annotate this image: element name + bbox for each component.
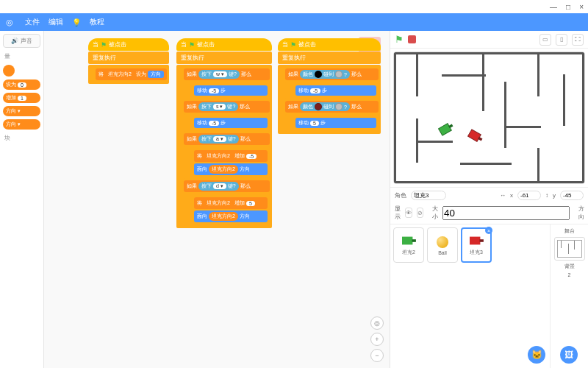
palette-category[interactable]: 量	[3, 51, 40, 62]
y-input[interactable]	[560, 191, 584, 200]
size-input[interactable]	[442, 206, 570, 220]
move-block[interactable]: 移动-5步	[194, 118, 268, 128]
forever-body: 如果按下w ▾键?那么 移动-5步 如果按下s ▾键?那么 移动-5步 如果按下…	[176, 65, 272, 228]
sprite-list: 坦克2 Ball × 坦克3 🐱	[390, 224, 550, 368]
window-minimize[interactable]: —	[550, 3, 557, 11]
stage-large-button[interactable]: ▯	[556, 34, 567, 46]
add-sprite-button[interactable]: 🐱	[528, 346, 545, 364]
sprite-card-ball[interactable]: Ball	[427, 227, 458, 263]
right-panel: ⚑ ▭ ▯ ⛶	[390, 31, 588, 368]
script-3[interactable]: 当⚑被点击 重复执行 如果颜色碰到?那么 移动-5步 如果颜色碰到?那么 移动5…	[278, 38, 381, 134]
sprite-tank-red[interactable]	[465, 127, 486, 146]
sprite-info-row1: 角色 ↔x ↕y	[390, 187, 588, 203]
stage-title: 舞台	[564, 227, 575, 235]
window-close[interactable]: ×	[579, 3, 584, 11]
zoom-out[interactable]: −	[370, 349, 384, 362]
workspace: 🔊 声音 量 设为 0 增加 1 方向▾ 方向▾ 块 当⚑被点击 重复执行 将坦…	[0, 31, 588, 368]
menu-edit[interactable]: 编辑	[49, 17, 63, 27]
change-var-block[interactable]: 将坦克方向2增加5	[194, 197, 268, 209]
tab-sounds[interactable]: 🔊 声音	[3, 34, 40, 48]
forever-block[interactable]: 重复执行	[88, 52, 169, 64]
if-a-block[interactable]: 如果按下a ▾键?那么	[184, 133, 270, 145]
sprite-card-tank3[interactable]: × 坦克3	[461, 227, 492, 263]
window-maximize[interactable]: □	[566, 3, 570, 11]
if-w-block[interactable]: 如果按下w ▾键?那么	[184, 68, 270, 80]
show-button[interactable]: 👁	[405, 208, 412, 218]
y-label: y	[553, 192, 556, 199]
change-var-block[interactable]: 将坦克方向2增加-5	[194, 150, 268, 162]
svg-rect-6	[470, 237, 480, 245]
svg-rect-0	[439, 124, 452, 136]
sprite-label: 坦克2	[402, 249, 415, 256]
palette-dir-block-2[interactable]: 方向▾	[3, 119, 40, 130]
svg-rect-7	[480, 239, 484, 242]
stage-thumbnail[interactable]	[554, 237, 585, 261]
size-label: 大小	[432, 205, 438, 221]
backdrops-label: 背景	[564, 263, 575, 270]
if-color-black[interactable]: 如果颜色碰到?那么	[285, 68, 379, 80]
color-swatch-gray[interactable]	[335, 103, 343, 110]
value: 0	[18, 82, 26, 88]
label: 方向	[6, 107, 16, 115]
bottom-panel: 坦克2 Ball × 坦克3 🐱 舞台	[390, 224, 588, 368]
sprite-name-input[interactable]	[411, 191, 446, 200]
svg-rect-2	[468, 130, 481, 142]
move-block[interactable]: 移动5步	[295, 118, 376, 128]
svg-rect-5	[412, 239, 416, 242]
stage-small-button[interactable]: ▭	[539, 34, 551, 46]
x-label: x	[510, 192, 513, 199]
scripts-area[interactable]: 当⚑被点击 重复执行 将坦克方向2设为方向 当⚑被点击 重复执行 如果按下w ▾…	[44, 31, 390, 368]
menu-tutorials[interactable]: 教程	[90, 17, 104, 27]
move-block[interactable]: 移动-5步	[194, 85, 268, 96]
fullscreen-button[interactable]: ⛶	[572, 34, 584, 46]
left-panel: 🔊 声音 量 设为 0 增加 1 方向▾ 方向▾ 块	[0, 31, 44, 368]
backdrops-count: 2	[568, 272, 571, 277]
forever-block[interactable]: 重复执行	[176, 52, 272, 64]
bulb-icon: 💡	[72, 18, 81, 26]
if-s-block[interactable]: 如果按下s ▾键?那么	[184, 101, 270, 113]
sprite-label: 角色	[395, 191, 406, 199]
show-label: 显示	[395, 205, 401, 221]
label: 增加	[6, 94, 16, 102]
palette-dir-block-1[interactable]: 方向▾	[3, 106, 40, 116]
point-block[interactable]: 面向坦克方向2方向	[194, 163, 268, 175]
menu-file[interactable]: 文件	[25, 17, 40, 27]
set-var-block[interactable]: 将坦克方向2设为方向	[96, 68, 167, 80]
script-1[interactable]: 当⚑被点击 重复执行 将坦克方向2设为方向	[88, 38, 169, 84]
zoom-in[interactable]: +	[370, 333, 384, 346]
hat-when-flag[interactable]: 当⚑被点击	[176, 38, 272, 51]
add-backdrop-button[interactable]: 🖼	[560, 346, 578, 364]
sprite-card-tank2[interactable]: 坦克2	[393, 227, 424, 263]
flag-icon: ⚑	[189, 41, 195, 49]
stop-button[interactable]	[408, 35, 416, 43]
palette-category-2[interactable]: 块	[3, 132, 40, 144]
sprite-info-row2: 显示 👁 ⊘ 大小 方向	[390, 203, 588, 224]
color-swatch-black[interactable]	[315, 71, 322, 78]
x-input[interactable]	[517, 191, 541, 200]
forever-block[interactable]: 重复执行	[278, 52, 381, 64]
palette-change-block[interactable]: 增加 1	[3, 93, 40, 103]
zoom-controls: ◎ + −	[370, 316, 384, 362]
hat-when-flag[interactable]: 当⚑被点击	[278, 38, 381, 51]
green-flag-button[interactable]: ⚑	[395, 34, 404, 45]
zoom-reset[interactable]: ◎	[370, 316, 384, 330]
hat-when-flag[interactable]: 当⚑被点击	[88, 38, 169, 51]
script-2[interactable]: 当⚑被点击 重复执行 如果按下w ▾键?那么 移动-5步 如果按下s ▾键?那么…	[176, 38, 272, 228]
delete-sprite-icon[interactable]: ×	[485, 227, 492, 234]
app-logo-icon: ◎	[6, 18, 13, 27]
label: 设为	[6, 81, 16, 88]
if-color-red[interactable]: 如果颜色碰到?那么	[285, 101, 379, 113]
palette-set-block[interactable]: 设为 0	[3, 79, 40, 90]
forever-body: 如果颜色碰到?那么 移动-5步 如果颜色碰到?那么 移动5步	[278, 65, 381, 134]
stage-canvas[interactable]	[393, 52, 585, 184]
sprite-tank-green[interactable]	[436, 119, 456, 139]
color-swatch-gray[interactable]	[335, 71, 343, 78]
if-d-block[interactable]: 如果按下d ▾键?那么	[184, 180, 270, 192]
menu-bar: ◎ 文件 编辑 💡 教程	[0, 13, 588, 31]
category-dot-icon[interactable]	[3, 65, 15, 77]
hide-button[interactable]: ⊘	[417, 208, 423, 218]
color-swatch-darkred[interactable]	[315, 103, 322, 110]
move-block[interactable]: 移动-5步	[295, 85, 376, 96]
stage-panel: 舞台 背景 2 🖼	[550, 224, 588, 368]
point-block[interactable]: 面向坦克方向2方向	[194, 210, 268, 222]
